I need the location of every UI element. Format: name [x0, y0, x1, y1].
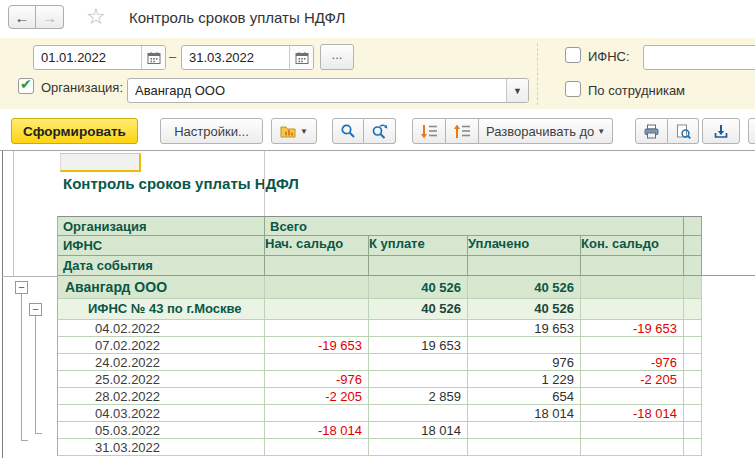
period-to-input[interactable] — [182, 46, 289, 69]
header-col[interactable]: К уплате — [369, 236, 468, 256]
favorite-star-icon[interactable]: ☆ — [86, 4, 106, 30]
row-cell[interactable] — [265, 320, 369, 337]
row-label[interactable]: Авангард ООО — [58, 276, 265, 299]
row-cell[interactable] — [581, 439, 684, 456]
chevron-down-icon[interactable]: ▼ — [506, 79, 528, 102]
row-cell[interactable]: 19 653 — [468, 320, 581, 337]
row-cell[interactable] — [581, 299, 684, 320]
row-cell[interactable]: 40 526 — [369, 276, 468, 299]
row-label[interactable]: 07.02.2022 — [58, 337, 265, 354]
row-cell[interactable]: 976 — [468, 354, 581, 371]
header-org[interactable]: Организация — [58, 216, 265, 236]
row-cell[interactable] — [265, 276, 369, 299]
organization-checkbox[interactable] — [18, 78, 34, 94]
row-label[interactable]: 04.03.2022 — [58, 405, 265, 422]
row-cell[interactable] — [581, 337, 684, 354]
report-variants-button[interactable]: ▼ — [271, 118, 317, 144]
header-date[interactable]: Дата события — [58, 256, 265, 276]
row-label[interactable]: 31.03.2022 — [58, 439, 265, 456]
row-cell[interactable]: -18 014 — [581, 405, 684, 422]
row-cell[interactable] — [468, 337, 581, 354]
ifns-checkbox[interactable] — [565, 47, 581, 63]
save-report-button[interactable] — [702, 118, 740, 144]
row-cell[interactable] — [468, 422, 581, 439]
organization-field[interactable]: ▼ — [127, 78, 529, 103]
row-cell[interactable]: 1 229 — [468, 371, 581, 388]
forward-button[interactable]: → — [36, 5, 64, 29]
ifns-field[interactable] — [643, 45, 755, 70]
row-cell[interactable]: -18 014 — [265, 422, 369, 439]
header-col[interactable]: Нач. сальдо — [265, 236, 369, 256]
row-cell[interactable]: 40 526 — [468, 276, 581, 299]
row-cell[interactable] — [581, 422, 684, 439]
window-titlebar: ← → ☆ Контроль сроков уплаты НДФЛ — [0, 0, 755, 38]
row-label[interactable]: ИФНС № 43 по г.Москве — [58, 299, 265, 320]
row-label[interactable]: 28.02.2022 — [58, 388, 265, 405]
row-cell[interactable]: -2 205 — [581, 371, 684, 388]
search-button[interactable] — [332, 118, 364, 144]
row-label[interactable]: 04.02.2022 — [58, 320, 265, 337]
ifns-input[interactable] — [644, 46, 755, 69]
row-label[interactable]: 24.02.2022 — [58, 354, 265, 371]
row-cell[interactable] — [369, 320, 468, 337]
row-extra-cell — [684, 299, 702, 320]
row-cell[interactable]: 40 526 — [468, 299, 581, 320]
row-cell[interactable] — [265, 354, 369, 371]
row-cell[interactable]: -19 653 — [265, 337, 369, 354]
period-more-button[interactable]: ... — [320, 44, 354, 70]
find-next-button[interactable] — [364, 118, 396, 144]
generate-button[interactable]: Сформировать — [11, 118, 138, 144]
settings-button[interactable]: Настройки... — [160, 118, 263, 144]
calendar-icon[interactable] — [289, 46, 313, 69]
row-label[interactable]: 05.03.2022 — [58, 422, 265, 439]
row-cell[interactable] — [265, 439, 369, 456]
table-row: 05.03.2022 -18 014 18 014 — [57, 422, 702, 439]
header-col[interactable]: Уплачено — [468, 236, 581, 256]
row-cell[interactable]: 19 653 — [369, 337, 468, 354]
row-cell[interactable] — [468, 439, 581, 456]
row-cell[interactable] — [581, 276, 684, 299]
row-cell[interactable] — [265, 405, 369, 422]
header-ifns[interactable]: ИФНС — [58, 236, 265, 256]
back-button[interactable]: ← — [8, 5, 36, 29]
grid-column-line — [264, 151, 265, 216]
period-to-field[interactable] — [181, 45, 314, 70]
row-cell[interactable]: -976 — [265, 371, 369, 388]
row-cell[interactable] — [369, 371, 468, 388]
row-cell[interactable] — [265, 299, 369, 320]
header-col[interactable]: Кон. сальдо — [581, 236, 684, 256]
clipped-toolbar-button[interactable] — [748, 118, 755, 144]
ifns-label: ИФНС: — [588, 49, 630, 64]
row-label[interactable]: 25.02.2022 — [58, 371, 265, 388]
print-button[interactable] — [635, 118, 668, 144]
period-from-field[interactable] — [33, 45, 166, 70]
row-cell[interactable]: 18 014 — [468, 405, 581, 422]
row-cell[interactable]: -19 653 — [581, 320, 684, 337]
collapse-group-toggle-ifns[interactable]: − — [29, 303, 42, 316]
row-extra-cell — [684, 405, 702, 422]
row-cell[interactable] — [369, 354, 468, 371]
expand-to-button[interactable]: Разворачивать до ▼ — [479, 118, 613, 144]
organization-input[interactable] — [128, 79, 506, 102]
row-cell[interactable]: -2 205 — [265, 388, 369, 405]
row-cell[interactable]: 2 859 — [369, 388, 468, 405]
row-cell[interactable]: 18 014 — [369, 422, 468, 439]
expand-groups-button[interactable] — [412, 118, 446, 144]
row-cell[interactable] — [369, 405, 468, 422]
collapse-group-toggle-org[interactable]: − — [15, 281, 28, 294]
group-tree-foot — [35, 433, 42, 434]
header-total[interactable]: Всего — [265, 216, 684, 236]
row-cell[interactable]: 654 — [468, 388, 581, 405]
row-cell[interactable] — [581, 388, 684, 405]
table-row: ИФНС № 43 по г.Москве 40 526 40 526 — [57, 299, 702, 320]
row-cell[interactable]: -976 — [581, 354, 684, 371]
row-cell[interactable] — [369, 439, 468, 456]
row-cell[interactable]: 40 526 — [369, 299, 468, 320]
collapse-groups-button[interactable] — [446, 118, 479, 144]
print-preview-button[interactable] — [668, 118, 699, 144]
calendar-icon[interactable] — [141, 46, 165, 69]
by-employees-checkbox[interactable] — [565, 81, 581, 97]
selected-cell[interactable] — [60, 153, 141, 172]
period-from-input[interactable] — [34, 46, 141, 69]
header-empty-cell — [468, 256, 581, 276]
